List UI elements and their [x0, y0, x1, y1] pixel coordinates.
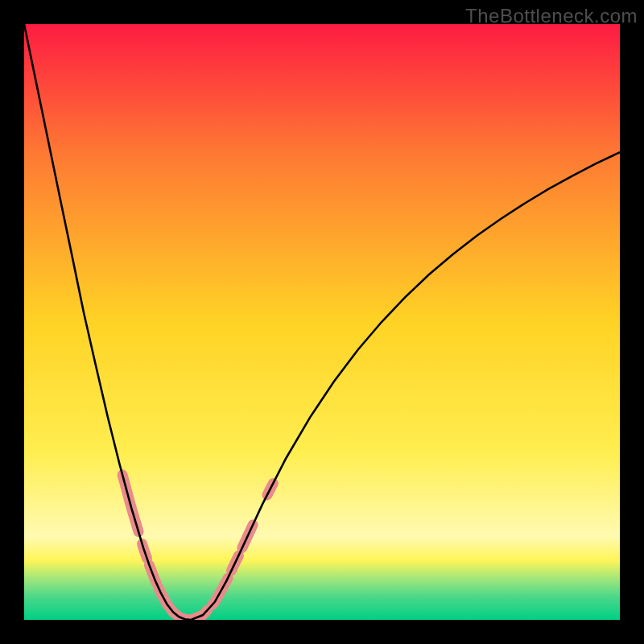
plot-area	[24, 24, 620, 620]
bottleneck-curve	[24, 24, 620, 620]
watermark-text: TheBottleneck.com	[465, 5, 638, 27]
chart-frame: TheBottleneck.com	[0, 0, 644, 644]
